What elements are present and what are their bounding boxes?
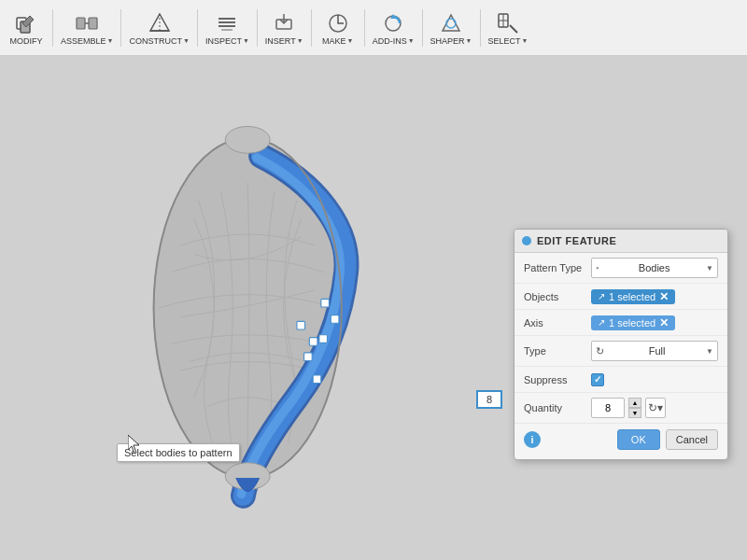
insert-label: INSERT▼	[265, 36, 303, 46]
construct-label: CONSTRUCT▼	[129, 36, 189, 46]
toolbar-assemble[interactable]: ASSEMBLE▼	[57, 4, 117, 52]
quantity-label: Quantity	[524, 402, 591, 413]
objects-row: Objects ↗ 1 selected ✕	[514, 284, 727, 310]
info-button[interactable]: i	[524, 431, 541, 448]
svg-rect-21	[319, 335, 328, 343]
tooltip: Select bodies to pattern	[117, 443, 240, 462]
canvas-area: Select bodies to pattern 8 EDIT FEATURE …	[0, 56, 747, 560]
assemble-icon	[74, 10, 100, 36]
objects-selected-badge[interactable]: ↗ 1 selected ✕	[591, 289, 675, 304]
objects-value: ↗ 1 selected ✕	[591, 289, 718, 304]
panel-dot-icon	[522, 236, 531, 245]
addins-icon	[380, 10, 406, 36]
type-dropdown[interactable]: ↻ Full ▼	[591, 341, 718, 361]
toolbar-select[interactable]: SELECT▼	[485, 4, 532, 52]
axis-badge-icon: ↗	[598, 317, 605, 328]
edit-feature-panel: EDIT FEATURE Pattern Type ▪ Bodies ▼ Obj…	[514, 229, 728, 460]
suppress-label: Suppress	[524, 374, 591, 385]
quantity-down-button[interactable]: ▼	[628, 408, 641, 418]
quantity-spinner: ▲ ▼	[628, 398, 641, 418]
svg-rect-26	[309, 338, 317, 346]
quantity-value: ▲ ▼ ↻▾	[591, 398, 718, 418]
objects-badge-icon: ↗	[598, 291, 605, 301]
shaper-icon	[438, 10, 464, 36]
toolbar-construct[interactable]: CONSTRUCT▼	[125, 4, 192, 52]
modify-icon	[13, 10, 39, 36]
axis-label: Axis	[524, 317, 591, 329]
pattern-type-value: ▪ Bodies ▼	[591, 258, 718, 278]
objects-clear-button[interactable]: ✕	[659, 291, 669, 302]
axis-value: ↗ 1 selected ✕	[591, 315, 718, 330]
svg-point-28	[225, 126, 270, 153]
type-value: ↻ Full ▼	[591, 341, 718, 361]
suppress-value	[591, 373, 718, 386]
edit-panel-header: EDIT FEATURE	[514, 230, 727, 253]
panel-footer: i OK Cancel	[514, 424, 727, 452]
svg-rect-22	[331, 315, 339, 324]
svg-rect-8	[218, 18, 235, 20]
axis-row: Axis ↗ 1 selected ✕	[514, 310, 727, 336]
svg-rect-2	[77, 18, 85, 29]
edit-panel-title: EDIT FEATURE	[537, 235, 616, 246]
toolbar-modify[interactable]: MODIFY	[4, 4, 49, 52]
axis-selected-badge[interactable]: ↗ 1 selected ✕	[591, 315, 675, 330]
toolbar-addins[interactable]: ADD-INS▼	[369, 4, 418, 52]
cancel-button[interactable]: Cancel	[666, 429, 718, 450]
suppress-row: Suppress	[514, 367, 727, 393]
svg-rect-10	[221, 29, 233, 31]
suppress-checkbox[interactable]	[591, 373, 604, 386]
toolbar-inspect[interactable]: INSPECT▼	[202, 4, 253, 52]
svg-rect-23	[321, 299, 330, 307]
make-icon	[325, 10, 351, 36]
svg-rect-9	[218, 25, 235, 27]
toolbar: MODIFY ASSEMBLE▼ CONSTRUCT▼	[0, 0, 747, 56]
shaper-label: SHAPER▼	[430, 36, 472, 46]
quantity-field: ▲ ▼ ↻▾	[591, 398, 666, 418]
qty-overlay-input[interactable]: 8	[476, 390, 502, 409]
svg-rect-3	[89, 18, 97, 29]
svg-rect-20	[304, 353, 313, 361]
footer-buttons: OK Cancel	[617, 429, 718, 450]
type-row: Type ↻ Full ▼	[514, 336, 727, 367]
addins-label: ADD-INS▼	[373, 36, 415, 46]
inspect-label: INSPECT▼	[205, 36, 249, 46]
quantity-rotate-button[interactable]: ↻▾	[645, 398, 666, 418]
quantity-row: Quantity ▲ ▼ ↻▾	[514, 393, 727, 424]
pattern-type-label: Pattern Type	[524, 262, 591, 273]
inspect-icon	[214, 10, 240, 36]
type-label: Type	[524, 345, 591, 357]
modify-label: MODIFY	[10, 36, 43, 46]
construct-icon	[147, 10, 173, 36]
insert-icon	[271, 10, 297, 36]
quantity-up-button[interactable]: ▲	[628, 398, 641, 408]
assemble-label: ASSEMBLE▼	[61, 36, 113, 46]
pattern-type-dropdown[interactable]: ▪ Bodies ▼	[591, 258, 718, 278]
toolbar-shaper[interactable]: SHAPER▼	[427, 4, 476, 52]
make-label: MAKE▼	[322, 36, 353, 46]
select-icon	[495, 10, 521, 36]
pattern-type-row: Pattern Type ▪ Bodies ▼	[514, 253, 727, 284]
svg-rect-7	[218, 21, 235, 23]
toolbar-make[interactable]: MAKE▼	[316, 4, 360, 52]
select-label: SELECT▼	[488, 36, 529, 46]
svg-rect-25	[297, 321, 305, 329]
toolbar-insert[interactable]: INSERT▼	[261, 4, 307, 52]
axis-clear-button[interactable]: ✕	[659, 317, 669, 329]
objects-label: Objects	[524, 291, 591, 302]
svg-point-15	[446, 19, 456, 28]
svg-rect-24	[313, 375, 321, 384]
ok-button[interactable]: OK	[617, 429, 660, 450]
quantity-input[interactable]	[591, 398, 625, 418]
